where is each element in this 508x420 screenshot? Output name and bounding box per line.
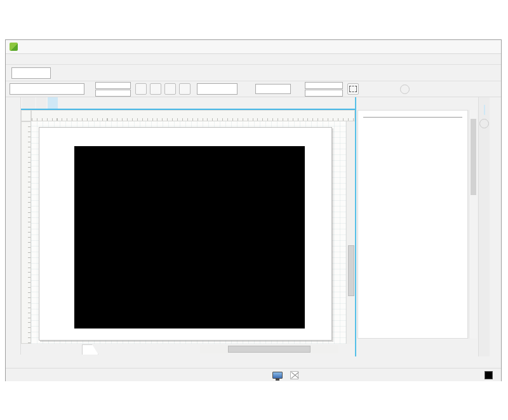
- page-tab[interactable]: [82, 344, 98, 355]
- add-page-button[interactable]: [67, 345, 76, 354]
- docker-footer: [356, 340, 478, 354]
- docker-scrollbar[interactable]: [469, 110, 477, 339]
- page-dimensions: [88, 82, 132, 97]
- page-size-select[interactable]: [10, 83, 84, 95]
- nudge-icon: [241, 83, 252, 95]
- horizontal-ruler[interactable]: [31, 110, 355, 121]
- coreldraw-app-icon: [10, 43, 18, 51]
- previous-page-button[interactable]: [39, 345, 47, 354]
- drawing-window[interactable]: [31, 121, 346, 344]
- portrait-button[interactable]: [135, 83, 147, 95]
- fill-none-swatch: [290, 371, 298, 379]
- all-pages-button[interactable]: [164, 83, 176, 95]
- page-width-field[interactable]: [95, 82, 131, 89]
- next-page-button[interactable]: [51, 345, 59, 354]
- title-bar[interactable]: [6, 40, 501, 54]
- duplicate-y-field[interactable]: [305, 90, 343, 97]
- hints-docker: [355, 97, 478, 356]
- property-bar: [6, 81, 501, 97]
- nudge-distance-field[interactable]: [255, 84, 291, 94]
- add-docker-button[interactable]: [479, 119, 489, 128]
- document-navigator: [22, 344, 346, 355]
- scroll-left-icon[interactable]: [107, 345, 116, 354]
- dashed-rect-icon: [349, 86, 357, 92]
- new-tab-button[interactable]: [59, 97, 64, 109]
- pattern-bitmap[interactable]: [74, 146, 305, 329]
- coreldraw-window: [5, 39, 502, 381]
- hints-docker-tab[interactable]: [484, 105, 485, 115]
- horizontal-scroll-thumb[interactable]: [228, 346, 311, 353]
- menu-bar: [6, 54, 501, 65]
- document-color-settings-icon[interactable]: [272, 372, 283, 379]
- docker-title-bar[interactable]: [356, 97, 478, 110]
- docker-tab-strip: [478, 97, 490, 356]
- standard-toolbar: [6, 65, 501, 81]
- annotated-screenshot: [0, 0, 508, 420]
- drawing-page[interactable]: [39, 127, 332, 341]
- tab-untitled[interactable]: [36, 97, 46, 109]
- horizontal-scrollbar[interactable]: [200, 345, 338, 353]
- docker-content: [358, 110, 468, 339]
- vertical-scroll-thumb[interactable]: [348, 245, 354, 296]
- divider: [363, 117, 462, 118]
- tab-loremipsum[interactable]: [48, 97, 58, 109]
- color-palette: [490, 97, 501, 356]
- outline-color-swatch: [485, 371, 493, 379]
- vertical-ruler[interactable]: [21, 121, 31, 344]
- duplicate-x-field[interactable]: [305, 82, 343, 89]
- add-page-button[interactable]: [22, 345, 30, 354]
- vertical-scrollbar[interactable]: [346, 121, 355, 344]
- toolbox: [6, 97, 21, 355]
- docker-scroll-thumb[interactable]: [471, 119, 476, 195]
- page-height-field[interactable]: [95, 90, 131, 97]
- zoom-level-select[interactable]: [11, 67, 51, 79]
- status-bar: [6, 368, 501, 381]
- duplicate-distance: [297, 82, 344, 97]
- document-tab-bar: [22, 97, 352, 109]
- units-select[interactable]: [197, 83, 237, 95]
- tab-welcome-screen[interactable]: [22, 97, 35, 109]
- current-page-button[interactable]: [179, 83, 190, 95]
- treat-as-filled-button[interactable]: [347, 83, 359, 95]
- document-palette: [22, 355, 346, 367]
- customize-plus-button[interactable]: [400, 85, 410, 94]
- landscape-button[interactable]: [150, 83, 161, 95]
- last-page-button[interactable]: [59, 345, 67, 354]
- first-page-button[interactable]: [30, 345, 39, 354]
- ruler-origin[interactable]: [21, 110, 31, 121]
